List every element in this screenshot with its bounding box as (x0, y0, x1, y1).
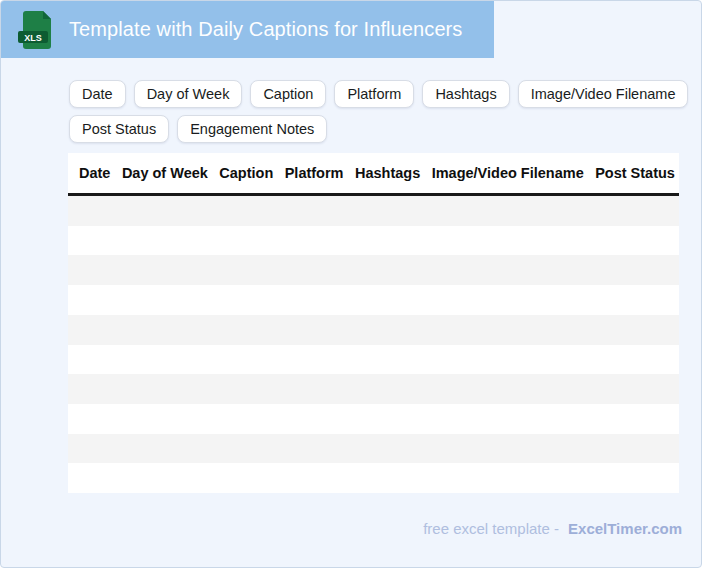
table-row[interactable] (68, 463, 679, 493)
footer-brand-link[interactable]: ExcelTimer.com (568, 520, 682, 537)
table-body (68, 196, 679, 493)
xls-badge-label: XLS (24, 32, 42, 42)
field-chip[interactable]: Date (69, 80, 126, 108)
table-column-header: Date (79, 165, 110, 181)
field-chip[interactable]: Platform (334, 80, 414, 108)
table-header-row: DateDay of WeekCaptionPlatformHashtagsIm… (68, 153, 679, 196)
table-row[interactable] (68, 434, 679, 464)
footer: free excel template - ExcelTimer.com (423, 520, 682, 537)
field-chip[interactable]: Image/Video Filename (518, 80, 689, 108)
page-title: Template with Daily Captions for Influen… (69, 18, 462, 41)
table-row[interactable] (68, 315, 679, 345)
field-chip[interactable]: Engagement Notes (177, 115, 327, 143)
table-column-header: Post Status (595, 165, 675, 181)
table-row[interactable] (68, 345, 679, 375)
table-column-header: Caption (219, 165, 273, 181)
table-row[interactable] (68, 404, 679, 434)
table-row[interactable] (68, 196, 679, 226)
field-chip[interactable]: Post Status (69, 115, 169, 143)
footer-caption: free excel template - (423, 520, 559, 537)
header-banner: XLS Template with Daily Captions for Inf… (1, 1, 494, 58)
captions-table: DateDay of WeekCaptionPlatformHashtagsIm… (68, 153, 679, 493)
template-preview-page: XLS Template with Daily Captions for Inf… (0, 0, 702, 568)
field-chip[interactable]: Caption (250, 80, 326, 108)
table-row[interactable] (68, 226, 679, 256)
table-row[interactable] (68, 374, 679, 404)
xls-file-icon: XLS (18, 10, 52, 50)
field-chip[interactable]: Day of Week (134, 80, 243, 108)
table-column-header: Image/Video Filename (432, 165, 584, 181)
table-column-header: Hashtags (355, 165, 420, 181)
table-row[interactable] (68, 255, 679, 285)
table-row[interactable] (68, 285, 679, 315)
table-column-header: Platform (285, 165, 344, 181)
field-chip[interactable]: Hashtags (422, 80, 509, 108)
field-chip-list: DateDay of WeekCaptionPlatformHashtagsIm… (69, 80, 689, 143)
table-column-header: Day of Week (122, 165, 208, 181)
